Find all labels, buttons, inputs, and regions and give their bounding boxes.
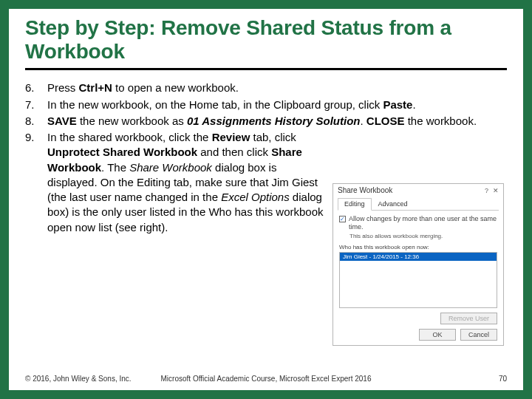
step-8: 8. SAVE the new workbook as 01 Assignmen… — [25, 114, 507, 129]
dialog-body: ✓ Allow changes by more than one user at… — [333, 211, 503, 313]
footer: © 2016, John Wiley & Sons, Inc. Microsof… — [25, 375, 507, 383]
dlg-name: Share Workbook — [129, 161, 212, 174]
page-number: 70 — [499, 375, 507, 383]
step-6: 6. Press Ctrl+N to open a new workbook. — [25, 81, 507, 95]
close-icon[interactable]: ✕ — [493, 187, 499, 194]
dialog-title: Share Workbook — [338, 186, 392, 194]
kbd: Ctrl+N — [79, 81, 112, 94]
help-icon[interactable]: ? — [485, 187, 488, 194]
copyright: © 2016, John Wiley & Sons, Inc. — [25, 375, 132, 383]
step-7: 7. In the new workbook, on the Home tab,… — [25, 98, 507, 112]
t: In the new workbook, on the Home tab, in… — [47, 98, 383, 111]
step-num: 9. — [25, 130, 47, 235]
cancel-button[interactable]: Cancel — [460, 329, 497, 341]
list-item[interactable]: Jim Giest - 1/24/2015 - 12:36 — [340, 253, 497, 261]
window-buttons: ? ✕ — [485, 187, 499, 194]
t: . — [360, 115, 366, 127]
dlg-name: Excel Options — [221, 191, 290, 203]
t: to open a new workbook. — [112, 81, 239, 94]
t: and then click — [197, 146, 271, 158]
title-rule — [25, 68, 507, 70]
t: the workbook. — [405, 115, 477, 127]
filename: 01 Assignments History Solution — [187, 115, 361, 127]
step-text: SAVE the new workbook as 01 Assignments … — [47, 114, 477, 129]
dialog-buttons: Remove User OK Cancel — [419, 313, 497, 341]
t: tab, click — [250, 131, 296, 143]
who-open-label: Who has this workbook open now: — [339, 244, 497, 250]
dialog-titlebar: Share Workbook ? ✕ — [333, 184, 503, 196]
remove-user-button[interactable]: Remove User — [440, 313, 497, 324]
t: . — [412, 98, 415, 111]
share-workbook-dialog: Share Workbook ? ✕ Editing Advanced ✓ Al… — [332, 183, 504, 346]
allow-changes-sublabel: This also allows workbook merging. — [349, 233, 497, 239]
page-title: Step by Step: Remove Shared Status from … — [25, 16, 507, 64]
allow-changes-label: Allow changes by more than one user at t… — [349, 215, 497, 231]
step-num: 6. — [25, 81, 47, 95]
checkbox-icon[interactable]: ✓ — [339, 216, 346, 222]
t: Press — [47, 81, 79, 94]
cmd: CLOSE — [366, 115, 405, 127]
dialog-tabs: Editing Advanced — [338, 198, 499, 211]
step-num: 7. — [25, 98, 47, 112]
step-text: Press Ctrl+N to open a new workbook. — [47, 81, 239, 95]
tab-editing[interactable]: Editing — [338, 198, 372, 211]
ok-cancel-row: OK Cancel — [419, 329, 497, 341]
t: . The — [101, 161, 129, 174]
allow-changes-row[interactable]: ✓ Allow changes by more than one user at… — [339, 215, 497, 231]
user-listbox[interactable]: Jim Giest - 1/24/2015 - 12:36 — [339, 252, 497, 308]
course-name: Microsoft Official Academic Course, Micr… — [161, 375, 372, 383]
step-text: In the new workbook, on the Home tab, in… — [47, 98, 416, 112]
step-text: In the shared workbook, click the Review… — [47, 130, 328, 235]
cmd: SAVE — [47, 115, 77, 127]
cmd: Unprotect Shared Workbook — [47, 146, 197, 158]
step-num: 8. — [25, 114, 47, 129]
t: In the shared workbook, click the — [47, 131, 212, 143]
t: the new workbook as — [77, 115, 187, 127]
tab-advanced[interactable]: Advanced — [372, 198, 415, 210]
cmd: Paste — [383, 98, 412, 111]
ok-button[interactable]: OK — [419, 329, 456, 341]
tab-name: Review — [212, 131, 250, 143]
slide: Step by Step: Remove Shared Status from … — [9, 9, 523, 390]
